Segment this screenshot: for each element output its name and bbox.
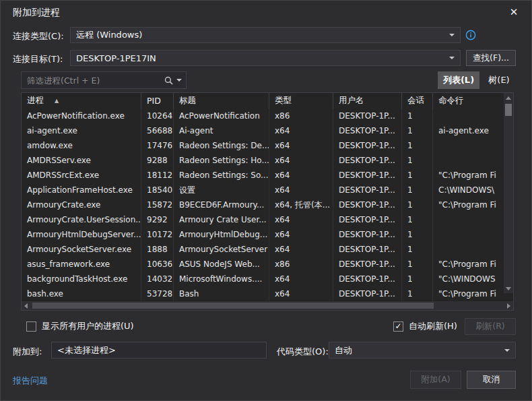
cell-pid: 10172 xyxy=(141,227,174,242)
cell-process: AMDRSServ.exe xyxy=(22,153,141,168)
refresh-button[interactable]: 刷新(R) xyxy=(465,318,516,335)
column-header-title[interactable]: 标题 xyxy=(174,93,269,109)
cell-type: x64 xyxy=(269,227,333,242)
cell-pid: 15872 xyxy=(141,197,174,212)
chevron-down-icon[interactable] xyxy=(176,79,182,82)
table-row[interactable]: asus_framework.exe 10636 ASUS NodeJS Web… xyxy=(22,257,504,272)
table-row[interactable]: ArmouryCrate.exe 15872 B9ECED6F.Armoury.… xyxy=(22,197,504,212)
cell-user: DESKTOP-1P... xyxy=(333,168,402,183)
chevron-down-icon xyxy=(449,57,455,59)
cell-type: x64 xyxy=(269,286,333,301)
find-button[interactable]: 查找(F)... xyxy=(466,50,516,66)
attach-to-process-dialog: 附加到进程 ✕ 连接类型(C): 远程 (Windows) 连接目标(T): D… xyxy=(0,0,532,401)
cell-user: DESKTOP-1P... xyxy=(333,183,402,197)
process-table: 进程 ▲ PID 标题 类型 用户名 会话 命令行 AcPowerNotific… xyxy=(21,92,514,311)
cell-cmdline: "C:\Program Fi xyxy=(433,197,504,212)
horizontal-scrollbar[interactable] xyxy=(22,301,513,310)
attach-to-input[interactable] xyxy=(57,345,261,355)
table-row[interactable]: AMDRSServ.exe 9288 Radeon Settings: Ho..… xyxy=(22,153,504,168)
cell-process: AMDRSSrcExt.exe xyxy=(22,168,141,183)
cell-type: x64 xyxy=(269,242,333,257)
vertical-scrollbar-thumb[interactable] xyxy=(505,104,512,116)
scroll-right-icon[interactable] xyxy=(507,303,510,309)
cell-user: DESKTOP-1P... xyxy=(333,197,402,212)
cell-session: 1 xyxy=(402,212,433,227)
table-row[interactable]: ApplicationFrameHost.exe 18540 设置 x64 DE… xyxy=(22,183,504,197)
table-row[interactable]: amdow.exe 17476 Radeon Settings: De... x… xyxy=(22,138,504,153)
report-problem-link[interactable]: 报告问题 xyxy=(13,375,48,387)
connection-type-dropdown[interactable]: 远程 (Windows) xyxy=(70,27,461,43)
cell-cmdline xyxy=(433,212,504,227)
cancel-button[interactable]: 取消 xyxy=(467,371,516,389)
cell-process: asus_framework.exe xyxy=(22,257,141,272)
table-row[interactable]: AcPowerNotification.exe 10264 AcPowerNot… xyxy=(22,109,504,123)
table-row[interactable]: backgroundTaskHost.exe 14032 MicrosoftWi… xyxy=(22,272,504,286)
cell-session: 1 xyxy=(402,168,433,183)
view-tree-button[interactable]: 树(E) xyxy=(482,71,516,89)
auto-refresh-checkbox-row[interactable]: ✓ 自动刷新(H) xyxy=(393,320,457,332)
attach-to-label: 附加到: xyxy=(13,346,42,358)
code-type-dropdown[interactable]: 自动 xyxy=(329,342,516,359)
cell-process: ArmouryCrate.exe xyxy=(22,197,141,212)
column-header-user[interactable]: 用户名 xyxy=(333,93,402,109)
table-row[interactable]: ai-agent.exe 56688 Ai-agent x64 DESKTOP-… xyxy=(22,123,504,138)
column-header-cmdline[interactable]: 命令行 xyxy=(433,93,504,109)
table-row[interactable]: ArmouryCrate.UserSession... 9292 Armoury… xyxy=(22,212,504,227)
search-icon[interactable] xyxy=(164,76,173,85)
connection-target-dropdown[interactable]: DESKTOP-1PE17IN xyxy=(70,50,461,66)
cell-cmdline: "C:\Program Fi xyxy=(433,286,504,301)
cell-title: Bash xyxy=(174,286,269,301)
show-all-users-checkbox[interactable] xyxy=(26,321,36,332)
auto-refresh-checkbox[interactable]: ✓ xyxy=(393,321,403,332)
column-header-type[interactable]: 类型 xyxy=(269,93,333,109)
cell-cmdline xyxy=(433,153,504,168)
show-all-users-checkbox-row[interactable]: 显示所有用户的进程(U) xyxy=(26,320,134,332)
column-header-pid[interactable]: PID xyxy=(141,93,174,109)
cell-process: AcPowerNotification.exe xyxy=(22,109,141,123)
cell-session: 1 xyxy=(402,197,433,212)
table-row[interactable]: AMDRSSrcExt.exe 18112 Radeon Settings: S… xyxy=(22,168,504,183)
connection-type-value: 远程 (Windows) xyxy=(76,29,449,41)
filter-processes-input[interactable] xyxy=(27,75,164,86)
cell-session: 1 xyxy=(402,153,433,168)
column-header-session[interactable]: 会话 xyxy=(402,93,433,109)
connection-target-value: DESKTOP-1PE17IN xyxy=(76,53,449,63)
cell-type: x64 xyxy=(269,153,333,168)
cell-user: DESKTOP-1P... xyxy=(333,109,402,123)
info-icon[interactable] xyxy=(465,30,476,40)
column-header-process[interactable]: 进程 ▲ xyxy=(22,93,141,109)
scroll-left-icon[interactable] xyxy=(24,303,28,309)
vertical-scrollbar[interactable] xyxy=(504,93,513,293)
process-table-header: 进程 ▲ PID 标题 类型 用户名 会话 命令行 xyxy=(22,93,504,109)
cell-user: DESKTOP-1P... xyxy=(333,286,402,301)
cell-session: 1 xyxy=(402,138,433,153)
cell-type: x86 xyxy=(269,257,333,272)
scroll-up-icon[interactable] xyxy=(506,96,511,100)
cell-title: Radeon Settings: De... xyxy=(174,138,269,153)
cell-type: x64 xyxy=(269,272,333,286)
attach-button[interactable]: 附加(A) xyxy=(410,371,461,389)
connection-target-label: 连接目标(T): xyxy=(13,53,63,65)
cell-cmdline xyxy=(433,109,504,123)
cell-session: 1 xyxy=(402,286,433,301)
cell-user: DESKTOP-1P... xyxy=(333,138,402,153)
close-icon[interactable]: ✕ xyxy=(504,3,523,21)
horizontal-scrollbar-thumb[interactable] xyxy=(32,303,434,309)
table-row[interactable]: ArmouryHtmlDebugServer.... 10172 Armoury… xyxy=(22,227,504,242)
cell-title: AcPowerNotification xyxy=(174,109,269,123)
view-list-button[interactable]: 列表(L) xyxy=(438,71,479,89)
table-row[interactable]: bash.exe 53728 Bash x64 DESKTOP-1P... 1 … xyxy=(22,286,504,301)
table-row[interactable]: ArmourySocketServer.exe 1888 ArmourySock… xyxy=(22,242,504,257)
cell-pid: 18540 xyxy=(141,183,174,197)
cell-cmdline: "C:\WINDOWS xyxy=(433,272,504,286)
cell-pid: 18112 xyxy=(141,168,174,183)
cell-cmdline: ai-agent.exe xyxy=(433,123,504,138)
cell-type: x64 xyxy=(269,168,333,183)
scroll-down-icon[interactable] xyxy=(506,287,511,290)
cell-user: DESKTOP-1P... xyxy=(333,257,402,272)
cell-cmdline xyxy=(433,242,504,257)
cell-session: 1 xyxy=(402,242,433,257)
cell-user: DESKTOP-1P... xyxy=(333,212,402,227)
cell-title: 设置 xyxy=(174,183,269,197)
cell-type: x64 xyxy=(269,123,333,138)
